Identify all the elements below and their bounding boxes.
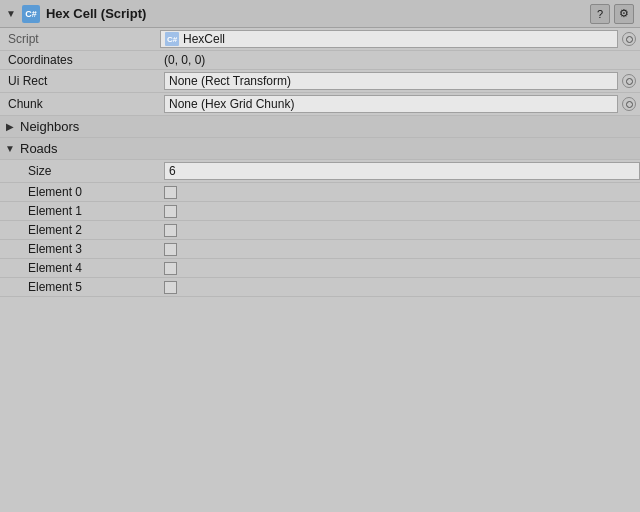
chunk-row: Chunk None (Hex Grid Chunk) [0,93,640,116]
settings-button[interactable]: ⚙ [614,4,634,24]
chunk-label: Chunk [0,97,160,111]
road-element-1-label: Element 1 [0,204,160,218]
ui-rect-field[interactable]: None (Rect Transform) [164,72,618,90]
script-label: Script [0,32,160,46]
neighbors-section[interactable]: ▶ Neighbors [0,116,640,138]
header-actions: ? ⚙ [590,4,634,24]
road-element-2-checkbox[interactable] [164,224,177,237]
road-element-1-checkbox[interactable] [164,205,177,218]
script-row: Script C# HexCell [0,28,640,51]
roads-size-label: Size [0,162,160,180]
road-element-2-label: Element 2 [0,223,160,237]
coordinates-row: Coordinates (0, 0, 0) [0,51,640,70]
road-element-4-label: Element 4 [0,261,160,275]
road-element-5-checkbox[interactable] [164,281,177,294]
target-icon-chunk[interactable] [622,97,636,111]
road-element-1-row: Element 1 [0,202,640,221]
target-icon[interactable] [622,32,636,46]
road-element-0-checkbox[interactable] [164,186,177,199]
neighbors-label: Neighbors [20,119,79,134]
chunk-field[interactable]: None (Hex Grid Chunk) [164,95,618,113]
road-element-5-row: Element 5 [0,278,640,297]
script-type-icon: C# [22,5,40,23]
script-value: HexCell [183,32,225,46]
road-element-4-checkbox[interactable] [164,262,177,275]
coordinates-value: (0, 0, 0) [160,53,640,67]
roads-section[interactable]: ▼ Roads [0,138,640,160]
road-element-4-row: Element 4 [0,259,640,278]
ui-rect-target-action[interactable] [618,72,640,90]
road-element-3-label: Element 3 [0,242,160,256]
road-element-0-label: Element 0 [0,185,160,199]
coordinates-label: Coordinates [0,53,160,67]
road-element-3-checkbox[interactable] [164,243,177,256]
road-element-3-row: Element 3 [0,240,640,259]
roads-arrow[interactable]: ▼ [0,143,20,154]
roads-elements: Element 0Element 1Element 2Element 3Elem… [0,183,640,297]
collapse-arrow[interactable]: ▼ [6,8,16,19]
chunk-target-action[interactable] [618,95,640,113]
roads-label: Roads [20,141,58,156]
component-title: Hex Cell (Script) [46,6,584,21]
ui-rect-value: None (Rect Transform) [169,74,291,88]
help-button[interactable]: ? [590,4,610,24]
script-target-action[interactable] [618,30,640,48]
inspector-panel: ▼ C# Hex Cell (Script) ? ⚙ Script C# Hex… [0,0,640,512]
script-field[interactable]: C# HexCell [160,30,618,48]
csharp-icon: C# [165,32,179,46]
inspector-header: ▼ C# Hex Cell (Script) ? ⚙ [0,0,640,28]
road-element-5-label: Element 5 [0,280,160,294]
ui-rect-label: Ui Rect [0,74,160,88]
roads-size-row: Size 6 [0,160,640,183]
target-icon-ui-rect[interactable] [622,74,636,88]
roads-size-value: 6 [169,164,176,178]
ui-rect-row: Ui Rect None (Rect Transform) [0,70,640,93]
road-element-0-row: Element 0 [0,183,640,202]
roads-size-field[interactable]: 6 [164,162,640,180]
road-element-2-row: Element 2 [0,221,640,240]
neighbors-arrow[interactable]: ▶ [0,121,20,132]
chunk-value: None (Hex Grid Chunk) [169,97,294,111]
